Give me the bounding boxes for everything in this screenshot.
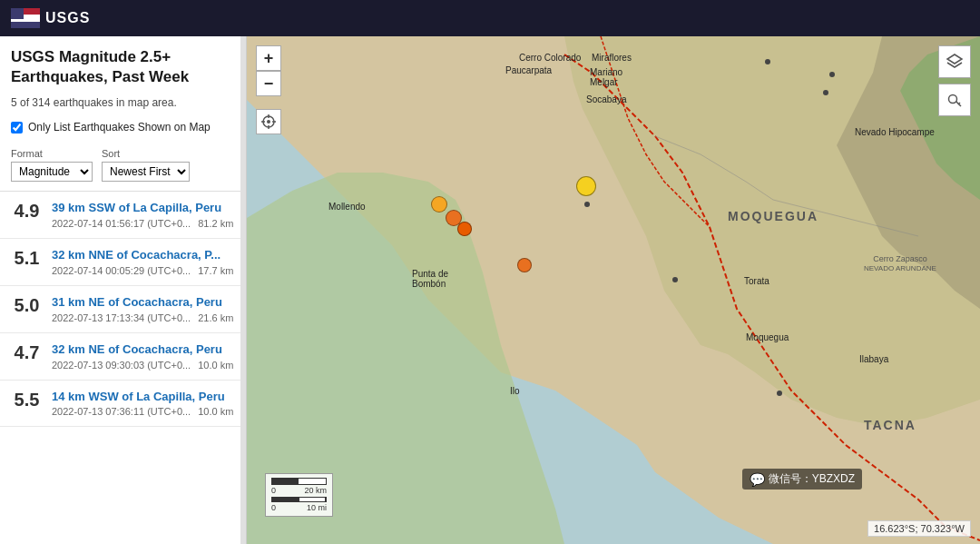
sidebar-title: USGS Magnitude 2.5+ Earthquakes, Past We… xyxy=(0,36,246,93)
scale-km: 20 km xyxy=(304,486,327,495)
map-coordinates: 16.623°S; 70.323°W xyxy=(867,520,971,537)
earthquake-list-item-4[interactable]: 5.5 14 km WSW of La Capilla, Peru 2022-0… xyxy=(0,381,246,428)
eq-datetime: 2022-07-13 07:36:11 (UTC+0... xyxy=(52,406,191,417)
eq-depth: 21.6 km xyxy=(198,312,233,323)
wechat-icon: 💬 xyxy=(750,472,765,487)
eq-location: 32 km NNE of Cocachacra, P... xyxy=(52,248,235,263)
geolocation-button[interactable] xyxy=(256,109,281,134)
eq-info: 31 km NE of Cocachacra, Peru 2022-07-13 … xyxy=(52,295,235,323)
key-icon xyxy=(946,92,963,108)
layers-icon xyxy=(946,53,964,71)
eq-info: 39 km SSW of La Capilla, Peru 2022-07-14… xyxy=(52,201,235,229)
scale-mi-zero: 0 xyxy=(271,503,276,512)
eq-depth: 10.0 km xyxy=(198,360,233,371)
eq-datetime: 2022-07-13 17:13:34 (UTC+0... xyxy=(52,312,191,323)
svg-point-6 xyxy=(829,72,835,77)
sort-label: Sort xyxy=(102,148,190,159)
usgs-logo-text: USGS xyxy=(45,10,90,26)
sort-control: Sort Newest First Oldest First Largest F… xyxy=(102,148,190,182)
sort-format-controls: Format Magnitude Age Location Sort Newes… xyxy=(0,143,246,192)
format-label: Format xyxy=(11,148,93,159)
svg-point-8 xyxy=(584,202,590,207)
eq-depth: 17.7 km xyxy=(198,265,233,276)
eq-details: 2022-07-14 00:05:29 (UTC+0... 17.7 km xyxy=(52,265,235,276)
svg-rect-3 xyxy=(11,8,24,19)
eq-datetime: 2022-07-14 00:05:29 (UTC+0... xyxy=(52,265,191,276)
zoom-out-button[interactable]: − xyxy=(256,71,281,96)
filter-label: Only List Earthquakes Shown on Map xyxy=(28,120,211,135)
format-control: Format Magnitude Age Location xyxy=(11,148,93,182)
map-scale-bar: 0 20 km 0 10 mi xyxy=(265,473,333,517)
geolocation-icon xyxy=(261,114,276,129)
svg-point-5 xyxy=(765,59,770,64)
sort-select[interactable]: Newest First Oldest First Largest First xyxy=(102,162,190,182)
sidebar: USGS Magnitude 2.5+ Earthquakes, Past We… xyxy=(0,36,247,544)
eq-dot-4[interactable] xyxy=(517,258,532,272)
earthquake-list-item-0[interactable]: 4.9 39 km SSW of La Capilla, Peru 2022-0… xyxy=(0,192,246,239)
eq-magnitude: 5.0 xyxy=(11,295,43,316)
svg-point-10 xyxy=(777,391,782,396)
eq-location: 32 km NE of Cocachacra, Peru xyxy=(52,342,235,358)
eq-info: 14 km WSW of La Capilla, Peru 2022-07-13… xyxy=(52,390,235,418)
svg-point-9 xyxy=(672,277,678,282)
usgs-logo: USGS xyxy=(11,8,90,28)
eq-magnitude: 4.9 xyxy=(11,201,43,222)
map-container[interactable]: Cerro Colorado Paucarpata Miraflores Mar… xyxy=(247,36,980,544)
app-header: USGS xyxy=(0,0,980,36)
eq-details: 2022-07-13 17:13:34 (UTC+0... 21.6 km xyxy=(52,312,235,323)
eq-depth: 10.0 km xyxy=(198,406,233,417)
key-button[interactable] xyxy=(938,84,971,116)
wechat-text: 微信号：YBZXDZ xyxy=(769,471,855,487)
map-svg xyxy=(247,36,980,544)
filter-section: Only List Earthquakes Shown on Map xyxy=(0,116,246,143)
eq-magnitude: 5.1 xyxy=(11,248,43,269)
zoom-in-button[interactable]: + xyxy=(256,45,281,71)
eq-dot-3[interactable] xyxy=(457,222,472,236)
eq-details: 2022-07-13 07:36:11 (UTC+0... 10.0 km xyxy=(52,406,235,417)
zoom-controls: + − xyxy=(256,45,281,96)
svg-rect-2 xyxy=(11,22,40,28)
main-content: USGS Magnitude 2.5+ Earthquakes, Past We… xyxy=(0,36,980,544)
wechat-watermark: 💬 微信号：YBZXDZ xyxy=(742,469,862,490)
earthquake-list: 4.9 39 km SSW of La Capilla, Peru 2022-0… xyxy=(0,192,246,544)
earthquake-count: 5 of 314 earthquakes in map area. xyxy=(0,93,246,116)
earthquake-list-item-1[interactable]: 5.1 32 km NNE of Cocachacra, P... 2022-0… xyxy=(0,239,246,286)
earthquake-list-item-3[interactable]: 4.7 32 km NE of Cocachacra, Peru 2022-07… xyxy=(0,333,246,381)
eq-magnitude: 5.5 xyxy=(11,390,43,410)
svg-point-14 xyxy=(267,120,270,124)
sidebar-resize-handle[interactable] xyxy=(240,36,246,544)
eq-dot-1[interactable] xyxy=(431,196,447,213)
scale-mi: 10 mi xyxy=(307,503,327,512)
usgs-flag-icon xyxy=(11,8,40,28)
svg-marker-19 xyxy=(947,54,962,64)
eq-datetime: 2022-07-14 01:56:17 (UTC+0... xyxy=(52,218,191,229)
eq-magnitude: 4.7 xyxy=(11,342,43,363)
earthquake-list-item-2[interactable]: 5.0 31 km NE of Cocachacra, Peru 2022-07… xyxy=(0,286,246,333)
eq-location: 14 km WSW of La Capilla, Peru xyxy=(52,390,235,405)
filter-checkbox[interactable] xyxy=(11,122,23,134)
eq-dot-5[interactable] xyxy=(576,176,596,196)
eq-location: 39 km SSW of La Capilla, Peru xyxy=(52,201,235,216)
layer-button[interactable] xyxy=(938,45,971,78)
eq-details: 2022-07-13 09:30:03 (UTC+0... 10.0 km xyxy=(52,360,235,371)
svg-point-7 xyxy=(823,90,828,95)
scale-zero: 0 xyxy=(271,486,276,495)
eq-location: 31 km NE of Cocachacra, Peru xyxy=(52,295,235,311)
eq-datetime: 2022-07-13 09:30:03 (UTC+0... xyxy=(52,360,191,371)
eq-depth: 81.2 km xyxy=(198,218,233,229)
eq-info: 32 km NE of Cocachacra, Peru 2022-07-13 … xyxy=(52,342,235,371)
eq-info: 32 km NNE of Cocachacra, P... 2022-07-14… xyxy=(52,248,235,276)
eq-details: 2022-07-14 01:56:17 (UTC+0... 81.2 km xyxy=(52,218,235,229)
format-select[interactable]: Magnitude Age Location xyxy=(11,162,93,182)
